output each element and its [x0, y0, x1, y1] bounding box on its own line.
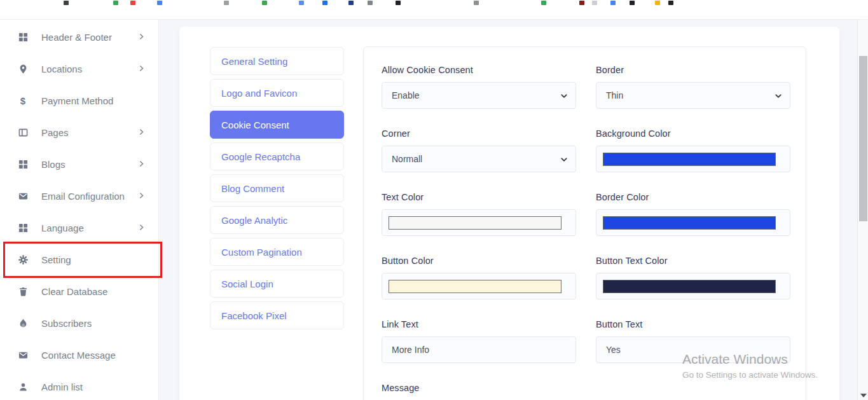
sidebar-item-email-configuration[interactable]: Email Configuration: [0, 180, 159, 212]
allow-cookie-consent-value: Enable: [392, 90, 420, 100]
field-allow-cookie-consent: Allow Cookie Consent Enable: [382, 65, 576, 109]
browser-favicon-icon: [322, 1, 327, 5]
tab-google-recaptcha[interactable]: Google Recaptcha: [210, 142, 344, 170]
browser-favicon-icon: [130, 1, 135, 5]
field-text-color: Text Color: [382, 192, 576, 236]
sidebar-item-label: Pages: [41, 127, 69, 138]
sidebar-item-pages[interactable]: Pages: [0, 116, 159, 148]
button-text-input[interactable]: [596, 336, 790, 363]
browser-favicon-icon: [630, 1, 635, 5]
settings-page: Ad Header & FooterLocations$Payment Meth…: [0, 0, 868, 400]
sidebar-item-setting[interactable]: Setting: [0, 244, 159, 275]
tab-logo-and-favicon[interactable]: Logo and Favicon: [210, 79, 344, 107]
user-icon: [18, 382, 28, 392]
background-color-swatch: [603, 153, 776, 166]
browser-favicon-icon: [610, 1, 616, 5]
border-color-label: Border Color: [596, 192, 790, 202]
tab-google-analytic[interactable]: Google Analytic: [210, 206, 344, 234]
browser-favicon-icon: [113, 1, 118, 5]
browser-favicon-icon: [474, 1, 479, 5]
scrollbar-down-arrow-icon[interactable]: [860, 394, 867, 397]
browser-favicon-icon: [655, 1, 660, 5]
chevron-down-icon: [775, 92, 782, 102]
link-text-input[interactable]: [382, 336, 576, 363]
field-button-color: Button Color: [382, 256, 576, 300]
grid-icon: [18, 32, 28, 42]
chevron-down-icon: [560, 155, 568, 165]
border-label: Border: [596, 65, 790, 75]
button-text-color-input[interactable]: [596, 273, 790, 300]
sidebar-item-label: Subscribers: [41, 318, 92, 329]
background-color-input[interactable]: [596, 146, 790, 172]
settings-card: General SettingLogo and FaviconCookie Co…: [179, 27, 839, 400]
sidebar-item-label: Admin list: [41, 382, 83, 392]
field-border-color: Border Color: [596, 192, 790, 236]
tab-blog-comment[interactable]: Blog Comment: [210, 174, 344, 202]
sidebar-item-header-footer[interactable]: Header & Footer: [0, 21, 159, 53]
tab-custom-pagination[interactable]: Custom Pagination: [210, 238, 344, 266]
text-color-swatch: [389, 216, 561, 230]
border-color-swatch: [603, 216, 776, 230]
tab-cookie-consent[interactable]: Cookie Consent: [210, 111, 344, 139]
sidebar-item-subscribers[interactable]: Subscribers: [0, 307, 159, 339]
grid-icon: [18, 159, 28, 169]
button-text-label: Button Text: [596, 319, 790, 329]
cookie-consent-form-panel: Allow Cookie Consent Enable Border Thin …: [363, 46, 806, 400]
chevron-down-icon: [560, 92, 568, 102]
chevron-right-icon: [138, 190, 145, 202]
button-text-color-label: Button Text Color: [596, 256, 790, 266]
corner-select[interactable]: Normall: [382, 146, 576, 172]
sidebar-item-label: Payment Method: [41, 95, 113, 106]
sidebar-item-locations[interactable]: Locations: [0, 53, 159, 85]
gear-icon: [18, 254, 28, 265]
grid-icon: [18, 223, 28, 233]
chevron-right-icon: [138, 63, 145, 74]
dollar-icon: $: [18, 95, 28, 106]
border-color-input[interactable]: [596, 209, 790, 236]
tab-social-login[interactable]: Social Login: [210, 270, 344, 298]
chevron-right-icon: [138, 127, 145, 138]
tab-general-setting[interactable]: General Setting: [210, 47, 344, 75]
envelope-icon: [18, 350, 28, 360]
corner-value: Normall: [392, 154, 422, 164]
field-background-color: Background Color: [596, 128, 790, 172]
sidebar-menu: Header & FooterLocations$Payment MethodP…: [0, 21, 159, 400]
sidebar-item-label: Clear Database: [41, 286, 107, 297]
sidebar-item-label: Blogs: [41, 159, 65, 170]
sidebar-item-label: Contact Message: [41, 350, 116, 361]
browser-favicon-icon: [541, 1, 546, 5]
text-color-input[interactable]: [382, 209, 576, 236]
sidebar-item-label: Header & Footer: [41, 32, 112, 43]
browser-favicon-icon: [592, 1, 597, 5]
allow-cookie-consent-label: Allow Cookie Consent: [382, 65, 576, 75]
browser-favicon-icon: [64, 1, 69, 5]
button-color-input[interactable]: [382, 273, 576, 300]
text-color-label: Text Color: [382, 192, 576, 202]
sidebar-item-language[interactable]: Language: [0, 212, 159, 244]
field-link-text: Link Text: [382, 319, 576, 363]
border-select[interactable]: Thin: [596, 82, 790, 109]
sidebar-item-contact-message[interactable]: Contact Message: [0, 339, 159, 371]
sidebar-item-payment-method[interactable]: $Payment Method: [0, 85, 159, 116]
corner-label: Corner: [382, 128, 576, 139]
sidebar: Ad Header & FooterLocations$Payment Meth…: [0, 0, 159, 400]
browser-favicon-strip: [0, 0, 868, 6]
sidebar-item-admin-list[interactable]: Admin list: [0, 371, 159, 400]
sidebar-item-label: Email Configuration: [41, 191, 125, 202]
scrollbar-thumb[interactable]: [859, 56, 867, 221]
top-navbar-strip: [0, 0, 868, 20]
button-text-color-swatch: [603, 280, 776, 293]
settings-tab-list: General SettingLogo and FaviconCookie Co…: [210, 47, 344, 333]
allow-cookie-consent-select[interactable]: Enable: [382, 82, 576, 109]
columns-icon: [18, 127, 28, 137]
sidebar-item-clear-database[interactable]: Clear Database: [0, 275, 159, 307]
border-value: Thin: [606, 90, 623, 100]
vertical-scrollbar[interactable]: [857, 6, 868, 400]
tab-facebook-pixel[interactable]: Facebook Pixel: [210, 301, 344, 329]
sidebar-item-blogs[interactable]: Blogs: [0, 148, 159, 180]
background-color-label: Background Color: [596, 128, 790, 139]
link-text-label: Link Text: [382, 319, 576, 329]
chevron-right-icon: [138, 222, 145, 233]
envelope-icon: [18, 191, 28, 201]
trash-icon: [18, 286, 28, 296]
